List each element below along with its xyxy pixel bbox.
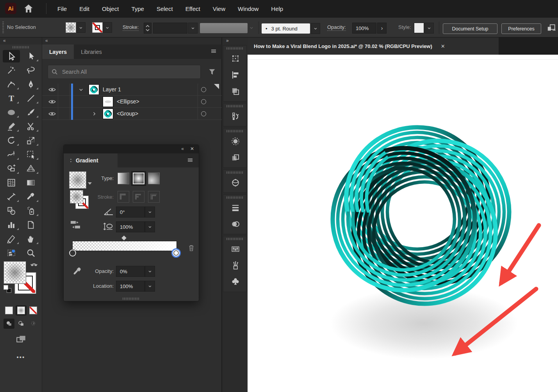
- menu-object[interactable]: Object: [96, 0, 125, 17]
- aspect-chevron-icon[interactable]: [145, 221, 155, 232]
- magic-wand-tool[interactable]: [2, 63, 21, 77]
- artboard-tool[interactable]: [21, 218, 41, 232]
- layer-target-circle[interactable]: [201, 87, 206, 92]
- history-icon[interactable]: [223, 108, 248, 125]
- variable-width-profile-button[interactable]: • 3 pt. Round: [262, 23, 310, 34]
- scale-tool[interactable]: [21, 134, 41, 148]
- gradient-close-icon[interactable]: ✕: [190, 146, 194, 151]
- direct-selection-tool[interactable]: [21, 49, 41, 63]
- tab-layers[interactable]: Layers: [42, 45, 74, 59]
- group-grip[interactable]: [226, 196, 244, 199]
- mesh-tool[interactable]: [2, 176, 21, 190]
- menu-view[interactable]: View: [207, 0, 232, 17]
- align-icon[interactable]: [223, 67, 248, 83]
- eyedropper-tool[interactable]: [21, 190, 41, 204]
- draw-normal-button[interactable]: [4, 319, 14, 329]
- layer-target-circle[interactable]: [201, 111, 206, 116]
- layer-thumbnail[interactable]: [89, 84, 99, 95]
- layer-label[interactable]: <Ellipse>: [117, 98, 139, 105]
- toolbar-grip[interactable]: [12, 46, 30, 48]
- opacity-expand-button[interactable]: ›: [377, 23, 387, 34]
- slice-tool[interactable]: [2, 232, 21, 246]
- style-swatch[interactable]: [414, 23, 424, 33]
- radial-gradient-type-button[interactable]: [133, 173, 144, 184]
- gradient-fill-proxy[interactable]: [70, 190, 83, 203]
- style-chevron-icon[interactable]: [424, 23, 434, 34]
- menu-window[interactable]: Window: [232, 0, 265, 17]
- blend-tool[interactable]: [2, 204, 21, 218]
- document-tab[interactable]: How to Make a Viral Blend Logo in 2025.a…: [248, 37, 499, 55]
- print-tiling-tool[interactable]: [2, 246, 21, 260]
- symbols-icon[interactable]: [223, 274, 248, 290]
- group-grip[interactable]: [226, 105, 244, 107]
- artboard-canvas[interactable]: [248, 55, 558, 392]
- pen-tool[interactable]: [21, 77, 41, 91]
- fill-dropdown-chevron-icon[interactable]: [76, 22, 86, 33]
- document-close-icon[interactable]: ✕: [441, 43, 445, 49]
- toolbar-collapse-button[interactable]: «: [0, 37, 42, 45]
- none-button[interactable]: [28, 305, 39, 315]
- filter-icon[interactable]: [208, 68, 216, 76]
- change-screen-mode-button[interactable]: [15, 334, 27, 344]
- gradient-midpoint-handle[interactable]: [121, 235, 127, 241]
- gradient-stop-left[interactable]: [69, 249, 76, 257]
- right-strip-expand-button[interactable]: »: [222, 37, 248, 45]
- ellipse-tool[interactable]: [2, 105, 21, 119]
- expander-chevron-icon[interactable]: [91, 111, 97, 117]
- draw-behind-button[interactable]: [16, 319, 27, 329]
- search-input[interactable]: [48, 65, 201, 79]
- document-setup-button[interactable]: Document Setup: [443, 23, 497, 34]
- reverse-gradient-icon[interactable]: [70, 220, 82, 230]
- visibility-eye-icon[interactable]: [48, 98, 56, 106]
- free-transform-tool[interactable]: [21, 148, 41, 162]
- group-grip[interactable]: [226, 171, 244, 174]
- gradient-button[interactable]: [16, 305, 27, 315]
- stop-opacity-field[interactable]: 0%: [116, 266, 145, 277]
- selection-tool[interactable]: [2, 49, 21, 63]
- perspective-grid-tool[interactable]: [21, 162, 41, 176]
- width-tool[interactable]: [2, 148, 21, 162]
- appearance-icon[interactable]: [223, 133, 248, 150]
- measure-tool[interactable]: [2, 190, 21, 204]
- arrange-documents-icon[interactable]: [546, 23, 556, 33]
- fill-color-control[interactable]: [66, 22, 86, 33]
- group-grip[interactable]: [226, 130, 244, 132]
- fill-swatch[interactable]: [66, 22, 76, 33]
- gradient-collapse-button[interactable]: «: [181, 146, 184, 151]
- stroke-dropdown-chevron-icon[interactable]: [103, 22, 112, 33]
- type-tool[interactable]: T: [2, 91, 21, 105]
- scissors-tool[interactable]: [21, 119, 41, 134]
- panel-dock-collapse-button[interactable]: «: [42, 37, 221, 45]
- artboards-icon[interactable]: [223, 150, 248, 166]
- gradient-slider-bar[interactable]: [72, 241, 177, 251]
- curvature-tool[interactable]: [2, 77, 21, 91]
- menu-file[interactable]: File: [51, 0, 73, 17]
- layer-row-2[interactable]: <Ellipse>: [42, 96, 222, 108]
- pathfinder-icon[interactable]: [223, 83, 248, 100]
- tab-libraries[interactable]: Libraries: [74, 45, 109, 59]
- swap-fill-stroke-icon[interactable]: [30, 261, 38, 269]
- shaper-tool[interactable]: [2, 119, 21, 134]
- linear-gradient-type-button[interactable]: [118, 173, 129, 184]
- layer-target-circle[interactable]: [201, 99, 206, 104]
- 3d-materials-icon[interactable]: [223, 175, 248, 191]
- stroke-color-control[interactable]: [92, 22, 112, 33]
- layer-label[interactable]: <Group>: [117, 110, 138, 117]
- menu-help[interactable]: Help: [265, 0, 289, 17]
- stop-location-field[interactable]: 100%: [116, 281, 145, 292]
- lasso-tool[interactable]: [21, 63, 41, 77]
- stroke-swatch[interactable]: [92, 22, 103, 33]
- fill-color-proxy[interactable]: [4, 262, 26, 283]
- control-bar-grip[interactable]: [2, 21, 4, 34]
- freeform-gradient-type-button[interactable]: [148, 173, 160, 184]
- layer-label[interactable]: Layer 1: [103, 86, 121, 93]
- default-fill-stroke-icon[interactable]: [4, 285, 11, 293]
- edit-toolbar-button[interactable]: •••: [13, 354, 29, 360]
- menu-edit[interactable]: Edit: [73, 0, 96, 17]
- profile-chevron-icon[interactable]: [311, 23, 320, 34]
- stroke-weight-label[interactable]: Stroke:: [123, 24, 139, 31]
- shape-builder-tool[interactable]: [2, 162, 21, 176]
- stop-location-chevron-icon[interactable]: [145, 281, 155, 292]
- illustrator-logo-icon[interactable]: Ai: [5, 3, 16, 14]
- layer-thumbnail[interactable]: [103, 109, 113, 119]
